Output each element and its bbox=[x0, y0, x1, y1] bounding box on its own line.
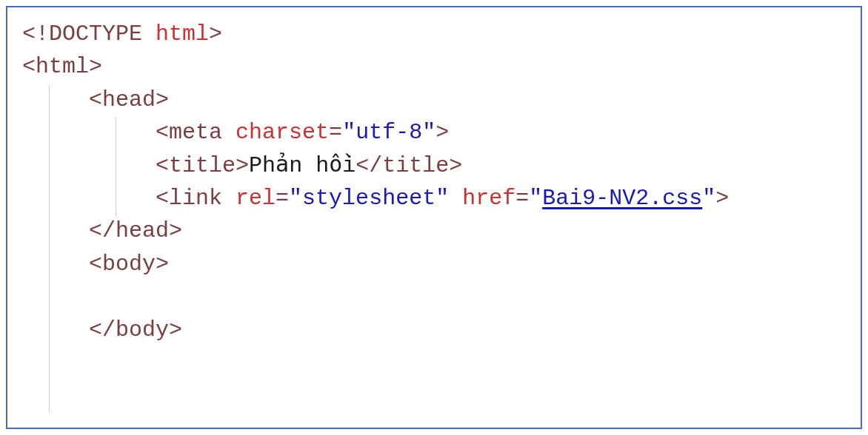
punct-open: < bbox=[156, 120, 169, 145]
punct-open: < bbox=[156, 186, 169, 211]
punct-close: > bbox=[209, 21, 222, 47]
punct-open: < bbox=[89, 252, 102, 277]
punct-close: > bbox=[435, 120, 449, 145]
punct-open-close: </ bbox=[89, 218, 116, 243]
code-line-6: <link rel="stylesheet" href="Bai9-NV2.cs… bbox=[22, 182, 846, 215]
punct-close: > bbox=[156, 87, 169, 112]
punct-open: < bbox=[22, 54, 36, 79]
tag-head: head bbox=[102, 87, 156, 112]
tag-meta: meta bbox=[169, 120, 222, 145]
punct-open-close: </ bbox=[355, 153, 382, 178]
doctype-keyword: DOCTYPE bbox=[49, 21, 142, 47]
indent bbox=[22, 153, 156, 178]
val-utf8: "utf-8" bbox=[342, 120, 435, 145]
space bbox=[222, 186, 236, 211]
code-line-5: <title>Phản hồi</title> bbox=[22, 149, 846, 182]
html-keyword: html bbox=[156, 21, 209, 47]
tag-body: body bbox=[102, 252, 156, 277]
code-line-7: </head> bbox=[22, 215, 846, 247]
indent bbox=[22, 87, 89, 112]
space bbox=[449, 186, 462, 211]
quote-open: " bbox=[529, 186, 542, 211]
indent bbox=[22, 284, 89, 309]
attr-href: href bbox=[462, 186, 515, 211]
tag-title: title bbox=[169, 153, 236, 178]
indent bbox=[22, 252, 89, 277]
punct-open-close: </ bbox=[89, 317, 116, 343]
tag-link: link bbox=[169, 186, 222, 211]
attr-rel: rel bbox=[236, 186, 276, 211]
tag-title-close: title bbox=[382, 153, 449, 178]
code-line-4: <meta charset="utf-8"> bbox=[22, 116, 846, 149]
punct-open: < bbox=[89, 87, 102, 112]
code-editor-panel: <!DOCTYPE html> <html> <head> <meta char… bbox=[6, 6, 862, 429]
space bbox=[222, 120, 236, 145]
title-text: Phản hồi bbox=[249, 153, 355, 178]
code-line-3: <head> bbox=[22, 84, 846, 116]
punct-close: > bbox=[236, 153, 249, 178]
quote-close: " bbox=[702, 186, 715, 211]
equals: = bbox=[329, 120, 342, 145]
indent bbox=[22, 186, 156, 211]
code-line-10: </body> bbox=[22, 314, 846, 346]
punct-close: > bbox=[156, 252, 169, 277]
equals: = bbox=[276, 186, 289, 211]
val-stylesheet: "stylesheet" bbox=[289, 186, 449, 211]
code-line-1: <!DOCTYPE html> bbox=[22, 18, 846, 50]
punct-close: > bbox=[169, 317, 182, 343]
punct-close: > bbox=[89, 54, 102, 79]
equals: = bbox=[515, 186, 529, 211]
code-line-9 bbox=[22, 280, 846, 313]
indent bbox=[22, 317, 89, 343]
tag-body-close: body bbox=[116, 317, 169, 343]
punct-close: > bbox=[715, 186, 729, 211]
indent bbox=[22, 120, 156, 145]
punct-open: <! bbox=[22, 21, 49, 47]
space bbox=[142, 21, 156, 47]
code-line-8: <body> bbox=[22, 248, 846, 280]
href-link-value[interactable]: Bai9-NV2.css bbox=[542, 186, 702, 211]
attr-charset: charset bbox=[236, 120, 329, 145]
punct-close: > bbox=[449, 153, 462, 178]
code-line-2: <html> bbox=[22, 50, 846, 83]
punct-close: > bbox=[169, 218, 182, 243]
tag-head-close: head bbox=[116, 218, 169, 243]
punct-open: < bbox=[156, 153, 169, 178]
indent bbox=[22, 218, 89, 243]
tag-html: html bbox=[36, 54, 89, 79]
